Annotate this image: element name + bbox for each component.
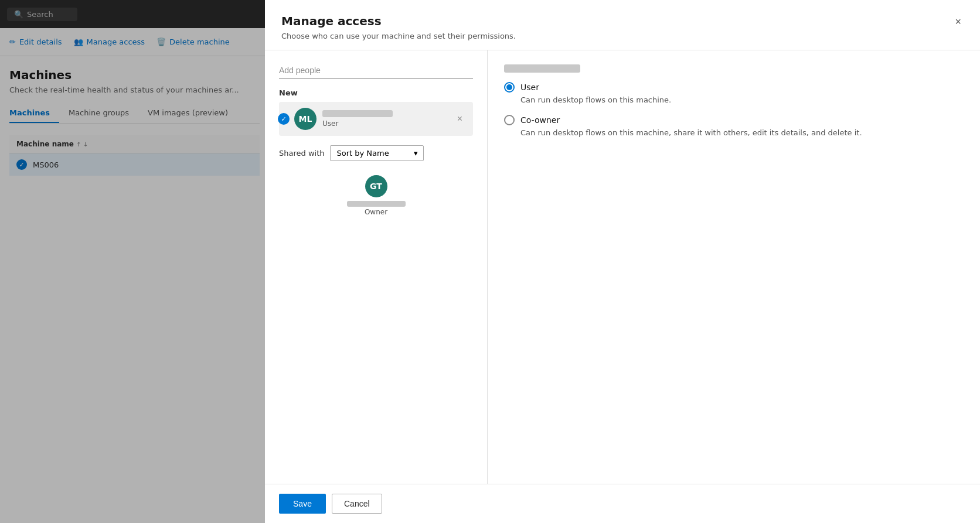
dialog-header: Manage access Choose who can use your ma… <box>265 0 980 50</box>
owner-name-blurred <box>347 201 406 207</box>
dialog-footer: Save Cancel <box>265 484 980 523</box>
coowner-radio-input[interactable] <box>504 115 515 125</box>
owner-role: Owner <box>365 208 387 216</box>
new-person-avatar: ML <box>294 108 317 130</box>
owner-avatar: GT <box>365 175 387 197</box>
selected-person-name-blurred <box>504 64 580 73</box>
dialog-header-text: Manage access Choose who can use your ma… <box>281 14 516 40</box>
save-button[interactable]: Save <box>279 494 326 514</box>
remove-person-button[interactable]: × <box>454 112 466 125</box>
new-person-role: User <box>322 119 454 128</box>
user-role-option[interactable]: User Can run desktop flows on this machi… <box>504 82 964 105</box>
coowner-role-option[interactable]: Co-owner Can run desktop flows on this m… <box>504 115 964 138</box>
close-button[interactable]: × <box>952 14 964 29</box>
user-role-description: Can run desktop flows on this machine. <box>520 95 964 105</box>
shared-with-label: Shared with <box>279 149 324 158</box>
person-check-badge: ✓ <box>278 113 290 125</box>
manage-access-dialog: Manage access Choose who can use your ma… <box>265 0 980 523</box>
user-radio-row: User <box>504 82 964 93</box>
new-person-item[interactable]: ✓ ML User × <box>279 102 473 136</box>
shared-with-row: Shared with Sort by Name ▾ <box>279 145 473 161</box>
sort-dropdown[interactable]: Sort by Name ▾ <box>330 145 424 161</box>
right-panel: User Can run desktop flows on this machi… <box>488 50 980 484</box>
dialog-title: Manage access <box>281 14 516 28</box>
role-radio-group: User Can run desktop flows on this machi… <box>504 82 964 138</box>
new-person-name-blurred <box>322 110 393 117</box>
add-people-input[interactable] <box>279 62 473 79</box>
left-panel: New ✓ ML User × Shared with Sort by Name… <box>265 50 488 484</box>
dialog-body: New ✓ ML User × Shared with Sort by Name… <box>265 50 980 484</box>
user-radio-input[interactable] <box>504 82 515 93</box>
coowner-role-label: Co-owner <box>520 115 560 125</box>
user-role-label: User <box>520 83 539 92</box>
cancel-button[interactable]: Cancel <box>332 494 382 514</box>
owner-item: GT Owner <box>279 170 473 221</box>
new-section-label: New <box>279 88 473 97</box>
coowner-radio-row: Co-owner <box>504 115 964 125</box>
chevron-down-icon: ▾ <box>414 149 418 158</box>
coowner-role-description: Can run desktop flows on this machine, s… <box>520 128 964 138</box>
dialog-subtitle: Choose who can use your machine and set … <box>281 32 516 40</box>
new-person-info: User <box>322 110 454 128</box>
sort-label: Sort by Name <box>336 149 389 158</box>
